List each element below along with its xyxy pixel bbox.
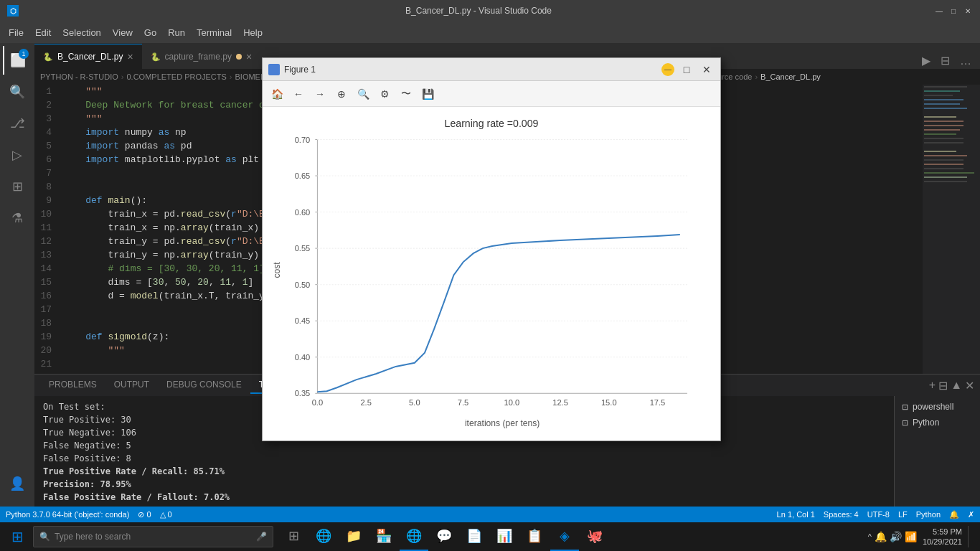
tab-capture-close[interactable]: × bbox=[246, 52, 252, 62]
y-tick-050: 0.50 bbox=[295, 281, 311, 289]
activitybar: ⬜ 1 🔍 ⎇ ▷ ⊞ ⚗ 👤 ⚙ bbox=[0, 43, 34, 535]
activity-debug[interactable]: ▷ bbox=[3, 141, 32, 169]
statusbar-encoding[interactable]: UTF-8 bbox=[867, 510, 890, 519]
terminal-powershell[interactable]: ⊡ powershell bbox=[895, 399, 980, 415]
panel-tab-debug[interactable]: DEBUG CONSOLE bbox=[158, 377, 250, 394]
maximize-button[interactable]: □ bbox=[948, 6, 958, 16]
python-icon: ⊡ bbox=[902, 418, 908, 428]
minimize-button[interactable]: — bbox=[934, 6, 944, 16]
close-button[interactable]: ✕ bbox=[963, 6, 973, 16]
terminal-python[interactable]: ⊡ Python bbox=[895, 415, 980, 430]
svg-text:17.5: 17.5 bbox=[650, 398, 666, 407]
figure-zoom-button[interactable]: 🔍 bbox=[353, 84, 373, 104]
svg-text:2.5: 2.5 bbox=[360, 398, 371, 407]
menu-selection[interactable]: Selection bbox=[57, 24, 106, 41]
taskbar-gitkraken[interactable]: 🐙 bbox=[580, 522, 609, 551]
figure-minimize-button[interactable]: — bbox=[661, 63, 674, 76]
statusbar-errors[interactable]: ⊘ 0 bbox=[138, 510, 151, 519]
tab-b-cancer-close[interactable]: × bbox=[127, 52, 133, 62]
svg-rect-4 bbox=[924, 103, 960, 105]
panel-close-button[interactable]: ✕ bbox=[965, 379, 974, 392]
y-tick-035: 0.35 bbox=[295, 389, 311, 397]
svg-rect-13 bbox=[924, 151, 956, 152]
menubar: File Edit Selection View Go Run Terminal… bbox=[0, 22, 980, 43]
activity-git[interactable]: ⎇ bbox=[3, 109, 32, 138]
svg-rect-11 bbox=[924, 138, 963, 139]
statusbar-remote[interactable]: ✗ bbox=[968, 510, 974, 519]
breadcrumb-filename[interactable]: B_Cancer_DL.py bbox=[760, 72, 821, 81]
more-actions-icon[interactable]: … bbox=[957, 53, 974, 69]
y-tick-065: 0.65 bbox=[295, 171, 311, 180]
figure-close-button[interactable]: ✕ bbox=[699, 62, 715, 77]
statusbar-bell[interactable]: 🔔 bbox=[949, 510, 959, 519]
figure-home-button[interactable]: 🏠 bbox=[267, 84, 287, 104]
tray-icons: ^ 🔔 🔊 📶 bbox=[868, 531, 917, 542]
tab-b-cancer[interactable]: 🐍 B_Cancer_DL.py × bbox=[34, 44, 142, 69]
mic-icon[interactable]: 🎤 bbox=[256, 532, 267, 542]
terminal-line-5: False Positive: 8 bbox=[43, 452, 971, 465]
menu-go[interactable]: Go bbox=[138, 24, 162, 41]
system-time[interactable]: 5:59 PM 10/29/2021 bbox=[923, 527, 962, 547]
taskbar-store[interactable]: 🏪 bbox=[369, 522, 398, 551]
menu-view[interactable]: View bbox=[107, 24, 138, 41]
statusbar-warnings[interactable]: △ 0 bbox=[160, 510, 172, 519]
taskbar-word[interactable]: 📄 bbox=[460, 522, 489, 551]
show-desktop-button[interactable] bbox=[968, 526, 971, 547]
activity-test[interactable]: ⚗ bbox=[3, 204, 32, 232]
statusbar-language[interactable]: Python bbox=[916, 510, 941, 519]
activity-extensions[interactable]: ⊞ bbox=[3, 172, 32, 201]
activity-search[interactable]: 🔍 bbox=[3, 77, 32, 106]
figure-edit-button[interactable]: 〜 bbox=[396, 84, 416, 104]
tray-volume[interactable]: 🔊 bbox=[890, 531, 902, 542]
panel-tab-output[interactable]: OUTPUT bbox=[105, 377, 158, 394]
activity-explorer[interactable]: ⬜ 1 bbox=[3, 46, 32, 75]
taskbar-vscode[interactable]: ◈ bbox=[550, 522, 579, 551]
vscode-icon: ⬡ bbox=[7, 5, 19, 17]
menu-run[interactable]: Run bbox=[162, 24, 191, 41]
menu-terminal[interactable]: Terminal bbox=[191, 24, 237, 41]
figure-maximize-button[interactable]: □ bbox=[679, 62, 694, 77]
taskbar-chrome[interactable]: 🌐 bbox=[400, 522, 428, 551]
svg-text:7.5: 7.5 bbox=[458, 398, 468, 407]
breadcrumb-part-2[interactable]: 0.COMPLETED PROJECTS bbox=[126, 72, 226, 81]
svg-rect-14 bbox=[924, 155, 967, 156]
search-bar[interactable]: 🔍 Type here to search 🎤 bbox=[33, 526, 273, 547]
statusbar-python-env[interactable]: Python 3.7.0 64-bit ('object': conda) bbox=[6, 510, 129, 519]
split-editor-icon[interactable]: ⊟ bbox=[938, 52, 953, 69]
activity-account[interactable]: 👤 bbox=[3, 469, 32, 498]
taskbar-edge[interactable]: 🌐 bbox=[309, 522, 338, 551]
panel-maximize-button[interactable]: ▲ bbox=[951, 379, 962, 392]
panel-tab-problems[interactable]: PROBLEMS bbox=[40, 377, 105, 394]
panel-split-button[interactable]: ⊟ bbox=[938, 379, 948, 392]
statusbar-position[interactable]: Ln 1, Col 1 bbox=[777, 510, 815, 519]
terminal-line-6: True Positive Rate / Recall: 85.71% bbox=[43, 465, 971, 478]
panel-add-button[interactable]: + bbox=[929, 379, 936, 392]
svg-rect-10 bbox=[924, 133, 956, 135]
menu-file[interactable]: File bbox=[3, 24, 29, 41]
figure-back-button[interactable]: ← bbox=[288, 84, 308, 104]
tab-capture-frame[interactable]: 🐍 capture_frame.py × bbox=[142, 44, 261, 69]
figure-forward-button[interactable]: → bbox=[310, 84, 330, 104]
figure-save-button[interactable]: 💾 bbox=[418, 84, 438, 104]
run-icon[interactable]: ▶ bbox=[919, 52, 933, 69]
tray-bell[interactable]: 🔔 bbox=[875, 531, 887, 542]
statusbar-right: Ln 1, Col 1 Spaces: 4 UTF-8 LF Python 🔔 … bbox=[777, 510, 974, 519]
terminal-list: ⊡ powershell ⊡ Python bbox=[894, 396, 980, 507]
tray-network[interactable]: 📶 bbox=[905, 531, 917, 542]
figure-pan-button[interactable]: ⊕ bbox=[331, 84, 352, 104]
taskbar-search[interactable]: ⊞ bbox=[279, 522, 308, 551]
start-button[interactable]: ⊞ bbox=[3, 522, 32, 551]
y-tick-045: 0.45 bbox=[295, 316, 311, 325]
taskbar-todo[interactable]: 📋 bbox=[520, 522, 549, 551]
menu-help[interactable]: Help bbox=[237, 24, 268, 41]
breadcrumb-part-1[interactable]: PYTHON - R-STUDIO bbox=[40, 72, 118, 81]
taskbar-explorer[interactable]: 📁 bbox=[339, 522, 368, 551]
taskbar-excel[interactable]: 📊 bbox=[490, 522, 519, 551]
menu-edit[interactable]: Edit bbox=[29, 24, 57, 41]
figure-config-button[interactable]: ⚙ bbox=[374, 84, 395, 104]
taskbar-teams[interactable]: 💬 bbox=[430, 522, 458, 551]
tray-chevron[interactable]: ^ bbox=[868, 532, 872, 541]
statusbar-eol[interactable]: LF bbox=[898, 510, 908, 519]
tab-capture-label: capture_frame.py bbox=[165, 52, 232, 62]
statusbar-spaces[interactable]: Spaces: 4 bbox=[824, 510, 859, 519]
